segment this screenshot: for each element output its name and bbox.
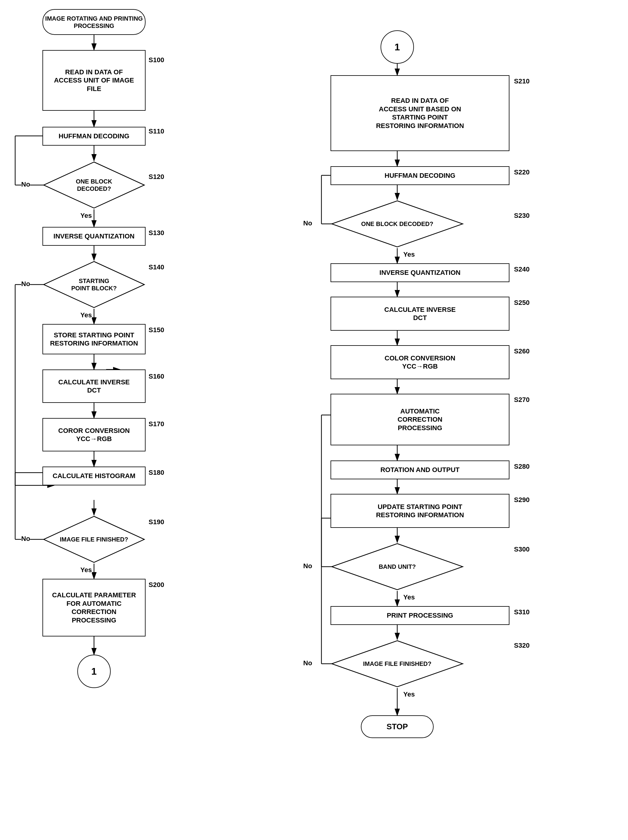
s140-no-label: No [21, 280, 30, 288]
s320-no-label: No [303, 659, 312, 667]
step-s210-label: S210 [514, 77, 529, 85]
step-s240-label: S240 [514, 265, 529, 273]
step-s150-label: S150 [148, 326, 164, 334]
s140-yes-label: Yes [80, 311, 92, 319]
connector-circle-left: 1 [77, 655, 111, 688]
step-s310-label: S310 [514, 608, 529, 616]
step-s280: ROTATION AND OUTPUT [331, 461, 510, 479]
start-node: IMAGE ROTATING AND PRINTING PROCESSING [43, 9, 145, 35]
stop-node: STOP [361, 715, 434, 738]
s190-no-label: No [21, 535, 30, 543]
s300-no-label: No [303, 562, 312, 570]
step-s100-label: S100 [148, 56, 164, 64]
step-s260-label: S260 [514, 347, 529, 355]
step-s180: CALCULATE HISTOGRAM [43, 467, 145, 485]
s300-yes-label: Yes [403, 594, 415, 601]
step-s190: IMAGE FILE FINISHED? [43, 515, 145, 564]
step-s220: HUFFMAN DECODING [331, 166, 510, 185]
step-s190-label: S190 [148, 518, 164, 526]
step-s130-label: S130 [148, 229, 164, 237]
s230-yes-label: Yes [403, 251, 415, 259]
step-s320-label: S320 [514, 642, 529, 649]
s320-yes-label: Yes [403, 690, 415, 698]
step-s110-label: S110 [148, 128, 164, 135]
step-s170: COROR CONVERSIONYCC→RGB [43, 418, 145, 452]
step-s290-label: S290 [514, 496, 529, 504]
step-s230-label: S230 [514, 212, 529, 219]
step-s140-label: S140 [148, 263, 164, 271]
step-s160: CALCULATE INVERSEDCT [43, 369, 145, 403]
step-s120-label: S120 [148, 173, 164, 181]
step-s280-label: S280 [514, 463, 529, 471]
step-s200: CALCULATE PARAMETERFOR AUTOMATICCORRECTI… [43, 579, 145, 636]
step-s270: AUTOMATICCORRECTIONPROCESSING [331, 394, 510, 445]
step-s240: INVERSE QUANTIZATION [331, 263, 510, 282]
step-s300: BAND UNIT? [331, 542, 464, 591]
step-s100: READ IN DATA OFACCESS UNIT OF IMAGEFILE [43, 50, 145, 111]
step-s300-label: S300 [514, 545, 529, 553]
step-s130: INVERSE QUANTIZATION [43, 227, 145, 246]
step-s110: HUFFMAN DECODING [43, 127, 145, 145]
s120-no-label: No [21, 180, 30, 188]
step-s200-label: S200 [148, 581, 164, 589]
step-s230: ONE BLOCK DECODED? [331, 200, 464, 248]
step-s260: COLOR CONVERSIONYCC→RGB [331, 345, 510, 379]
step-s170-label: S170 [148, 420, 164, 428]
step-s270-label: S270 [514, 396, 529, 404]
s190-yes-label: Yes [80, 566, 92, 574]
step-s160-label: S160 [148, 373, 164, 381]
step-s250-label: S250 [514, 299, 529, 307]
s120-yes-label: Yes [80, 212, 92, 219]
step-s310: PRINT PROCESSING [331, 606, 510, 625]
step-s210: READ IN DATA OFACCESS UNIT BASED ONSTART… [331, 75, 510, 151]
step-s320: IMAGE FILE FINISHED? [331, 639, 464, 688]
step-s120: ONE BLOCKDECODED? [43, 161, 145, 209]
step-s150: STORE STARTING POINTRESTORING INFORMATIO… [43, 324, 145, 354]
step-s220-label: S220 [514, 168, 529, 176]
step-s140: STARTINGPOINT BLOCK? [43, 260, 145, 309]
s230-no-label: No [303, 219, 312, 227]
step-s250: CALCULATE INVERSEDCT [331, 297, 510, 331]
step-s180-label: S180 [148, 469, 164, 477]
connector-circle-right: 1 [380, 30, 414, 64]
flowchart: IMAGE ROTATING AND PRINTING PROCESSING S… [0, 0, 628, 840]
step-s290: UPDATE STARTING POINTRESTORING INFORMATI… [331, 494, 510, 528]
